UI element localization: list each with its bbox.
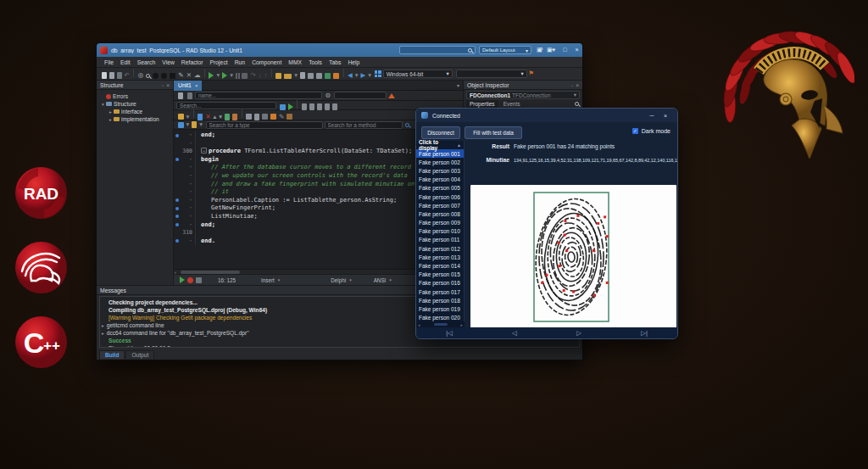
person-list-hscrollbar[interactable]: ◂▸ [416,321,465,327]
icon-component-c[interactable] [170,73,175,79]
mmx-name-combo[interactable] [195,92,322,99]
dark-mode-toggle[interactable]: ✓ Dark mode [632,128,670,134]
close-icon[interactable]: × [576,82,579,88]
person-item[interactable]: Fake person 003 [416,166,464,175]
icon-run-params[interactable]: ▾ [230,72,233,79]
icon-open-options[interactable]: ▾ [294,72,298,79]
structure-item-structure[interactable]: ▾Structure [97,100,173,108]
close-icon[interactable]: × [166,82,170,88]
icon-mmx-box[interactable] [287,114,292,120]
icon-mmx-down[interactable]: ▾ [219,114,222,120]
person-item[interactable]: Fake person 018 [416,296,464,304]
structure-item-errors[interactable]: Errors [97,92,173,100]
icon-stop[interactable] [242,73,248,79]
close-button[interactable]: × [659,113,672,119]
icon-find-2[interactable] [309,103,314,110]
icon-pause[interactable] [236,73,237,79]
person-item[interactable]: Fake person 007 [416,201,464,209]
icon-type-filter[interactable] [178,122,184,128]
person-item[interactable]: Fake person 012 [416,244,464,253]
menu-edit[interactable]: Edit [117,59,134,65]
icon-data-module[interactable] [333,73,339,79]
messages-tab-output[interactable]: Output [125,350,154,359]
person-list-header[interactable]: Click to display▲ [416,141,464,149]
person-item[interactable]: Fake person 008 [416,209,464,218]
icon-undo[interactable]: ↶ [125,72,130,79]
icon-target[interactable]: ◎ [138,72,144,79]
icon-new-item[interactable] [275,73,281,79]
icon-macro-record[interactable] [187,277,193,283]
person-item[interactable]: Fake person 015 [416,271,464,279]
person-item[interactable]: Fake person 019 [416,304,464,313]
icon-macro-stop[interactable] [196,277,202,283]
icon-back-options[interactable]: ▾ [355,72,359,79]
icon-mmx-docs[interactable] [254,114,259,120]
menu-project[interactable]: Project [207,59,231,65]
oi-search-icon[interactable] [575,102,579,106]
nav-next-button[interactable]: ▷ [576,329,581,337]
person-item[interactable]: Fake person 006 [416,193,464,201]
help-button[interactable]: ? [536,43,547,57]
person-item[interactable]: Fake person 017 [416,288,464,296]
method-search-input[interactable] [325,121,403,129]
tab-list-chevron-icon[interactable]: ▾ [457,82,459,88]
close-tab-icon[interactable]: × [195,83,198,88]
message-line[interactable]: Elapsed time: 00:00:06.3 [100,344,579,348]
icon-unit-chev[interactable]: ▾ [199,121,203,128]
icon-step-into[interactable]: ↓ [259,72,262,79]
icon-open-project[interactable] [284,74,292,79]
person-item[interactable]: Fake person 004 [416,176,464,184]
icon-find-1[interactable] [302,103,307,110]
fill-test-data-button[interactable]: Fill with test data [465,126,522,139]
person-item[interactable]: Fake person 016 [416,279,464,288]
icon-view-units[interactable] [308,73,314,79]
icon-cut[interactable]: ✕ [186,72,192,79]
icon-mmx-add-method[interactable] [225,114,230,120]
messages-tab-build[interactable]: Build [99,350,125,359]
icon-view-forms[interactable] [316,73,322,79]
icon-mmx-delete[interactable]: ✕ [205,114,210,120]
icon-mmx-chev[interactable]: ▾ [186,114,190,120]
person-item[interactable]: Fake person 002 [416,158,464,166]
type-search-input[interactable] [206,121,323,129]
menu-run[interactable]: Run [231,59,248,65]
fold-collapse-icon[interactable]: − [201,148,207,154]
icon-open-file[interactable] [109,72,114,79]
nav-first-button[interactable]: |◁ [446,329,453,337]
menu-mmx[interactable]: MMX [285,59,305,65]
structure-item-implementation[interactable]: ▸implementation [97,115,173,123]
menu-tabs[interactable]: Tabs [326,59,344,65]
icon-step-out[interactable]: ↑ [264,72,268,79]
app-titlebar[interactable]: Connected ─ × [416,109,677,122]
icon-mmx-copy[interactable] [198,114,203,120]
icon-run[interactable] [209,72,214,79]
oi-component-combo[interactable]: FDConnection1 TFDConnection ▾ [466,91,580,99]
person-item[interactable]: Fake person 011 [416,236,464,244]
icon-mmx-pen[interactable]: ✎ [279,114,284,120]
nav-last-button[interactable]: ▷| [641,329,648,337]
encoding-selector[interactable]: ANSI [374,277,387,283]
icon-back[interactable]: ◀ [348,72,353,79]
minimize-button[interactable]: ─ [548,43,559,57]
method-search-icon[interactable] [405,123,409,127]
person-list[interactable]: Fake person 001Fake person 002Fake perso… [416,149,464,322]
icon-forward-options[interactable]: ▾ [368,72,371,79]
icon-forward[interactable]: ▶ [361,72,366,79]
editor-tab-unit1[interactable]: Unit1× [174,81,202,91]
icon-step-over[interactable]: ↷ [250,72,255,79]
icon-new-file[interactable] [102,72,107,79]
icon-component-b[interactable] [161,73,167,79]
icon-mmx-fmt[interactable] [270,114,276,120]
close-button[interactable]: × [571,43,582,57]
expand-icon[interactable]: ▸ [102,331,104,336]
nav-prior-button[interactable]: ◁ [512,329,517,337]
icon-save-project[interactable] [300,72,305,79]
config-combo[interactable]: ▾ [456,70,527,78]
icon-unit-icon[interactable] [192,121,197,128]
menu-refactor[interactable]: Refactor [178,59,207,65]
icon-mmx-grid[interactable] [246,114,252,120]
icon-macro-play[interactable] [180,276,185,283]
person-item[interactable]: Fake person 001 [416,149,464,158]
icon-save-all[interactable] [117,72,122,79]
icon-find-5[interactable] [332,103,337,110]
